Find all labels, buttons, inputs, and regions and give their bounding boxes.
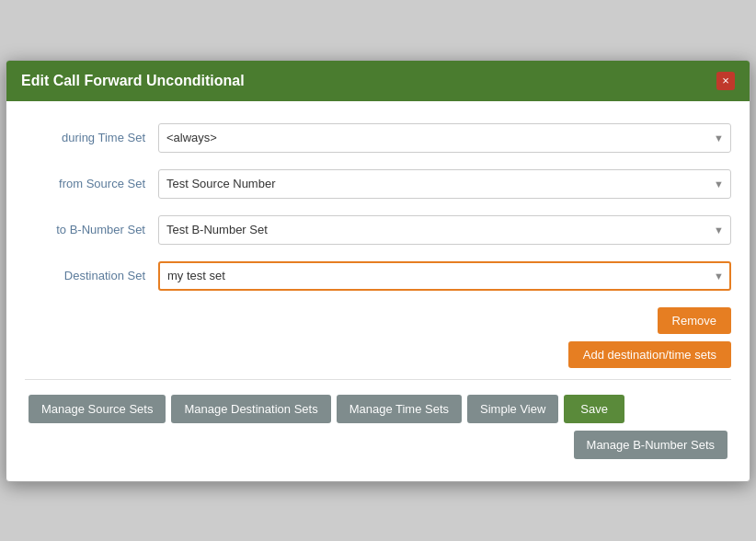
- time-set-select-wrapper: <always> ▼: [158, 123, 731, 153]
- footer-row-2: Manage B-Number Sets: [25, 431, 731, 466]
- manage-time-sets-button[interactable]: Manage Time Sets: [337, 395, 462, 423]
- bnumber-set-row: to B-Number Set Test B-Number Set ▼: [25, 215, 731, 245]
- modal-container: Edit Call Forward Unconditional × during…: [6, 60, 750, 482]
- footer-row-1: Manage Source Sets Manage Destination Se…: [25, 395, 731, 431]
- time-set-select[interactable]: <always>: [158, 123, 731, 153]
- divider: [25, 379, 731, 380]
- source-set-label: from Source Set: [25, 177, 158, 190]
- save-button[interactable]: Save: [564, 395, 624, 423]
- destination-set-label: Destination Set: [25, 269, 158, 282]
- bnumber-set-label: to B-Number Set: [25, 223, 158, 236]
- simple-view-button[interactable]: Simple View: [467, 395, 558, 423]
- remove-row: Remove: [25, 307, 731, 334]
- modal-header: Edit Call Forward Unconditional ×: [6, 61, 750, 101]
- bnumber-set-select[interactable]: Test B-Number Set: [158, 215, 731, 245]
- modal-body: during Time Set <always> ▼ from Source S…: [6, 101, 750, 481]
- destination-set-select-wrapper: my test set ▼: [158, 261, 731, 291]
- source-set-select-wrapper: Test Source Number ▼: [158, 169, 731, 199]
- close-button[interactable]: ×: [716, 72, 735, 90]
- manage-bnumber-sets-button[interactable]: Manage B-Number Sets: [574, 431, 727, 459]
- add-destination-time-button[interactable]: Add destination/time sets: [568, 341, 731, 368]
- remove-button[interactable]: Remove: [658, 307, 731, 334]
- source-set-select[interactable]: Test Source Number: [158, 169, 731, 199]
- manage-destination-sets-button[interactable]: Manage Destination Sets: [171, 395, 330, 423]
- time-set-row: during Time Set <always> ▼: [25, 123, 731, 153]
- manage-source-sets-button[interactable]: Manage Source Sets: [29, 395, 166, 423]
- source-set-row: from Source Set Test Source Number ▼: [25, 169, 731, 199]
- destination-set-row: Destination Set my test set ▼: [25, 261, 731, 291]
- destination-set-select[interactable]: my test set: [158, 261, 731, 291]
- time-set-label: during Time Set: [25, 131, 158, 144]
- add-dest-time-row: Add destination/time sets: [25, 341, 731, 368]
- modal-title: Edit Call Forward Unconditional: [21, 73, 245, 89]
- bnumber-set-select-wrapper: Test B-Number Set ▼: [158, 215, 731, 245]
